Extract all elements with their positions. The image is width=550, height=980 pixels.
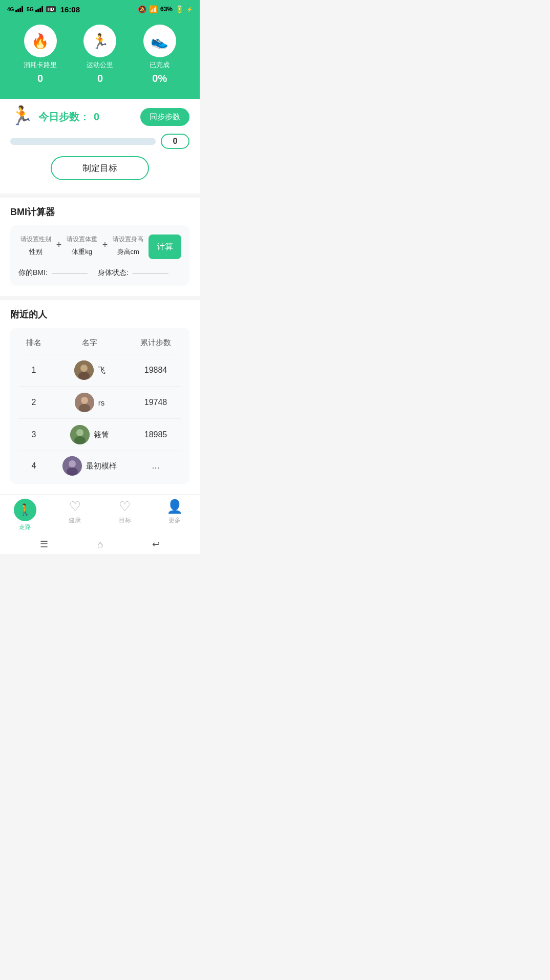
nav-label-more: 更多 [168, 516, 181, 525]
runner-small-icon: 🏃 [10, 105, 33, 126]
calories-item: 🔥 消耗卡路里 0 [24, 25, 57, 84]
plus-icon-2: + [102, 235, 108, 250]
steps-4: … [130, 461, 181, 471]
table-row: 3 筱箐 18985 [18, 418, 181, 451]
name-4: 最初模样 [86, 461, 117, 471]
steps-header-row: 🏃 今日步数： 0 同步步数 [10, 107, 189, 126]
bell-mute-icon: 🔕 [138, 5, 146, 13]
menu-icon[interactable]: ☰ [40, 539, 48, 550]
completed-item: 👟 已完成 0% [143, 25, 176, 84]
bmi-card: 性别 + 体重kg + 身高cm 计算 你的BMI: 身体状态: [10, 225, 189, 286]
status-right: 🔕 📶 63% 🔋 ⚡ [138, 5, 193, 13]
bmi-result-value [52, 272, 88, 274]
plus-icon-1: + [56, 235, 62, 250]
nav-label-walking: 走路 [19, 523, 31, 531]
nav-item-goal[interactable]: ♡ 目标 [110, 499, 140, 531]
steps-bar-container: 0 [10, 134, 189, 149]
rank-2: 2 [18, 398, 49, 407]
steps-title: 今日步数： [38, 110, 90, 124]
home-icon[interactable]: ⌂ [97, 539, 103, 550]
charging-icon: ⚡ [186, 7, 193, 12]
name-1: 飞 [98, 366, 105, 375]
nav-label-health: 健康 [69, 516, 81, 525]
bmi-gender-field: 性别 [18, 235, 53, 257]
steps-section: 🏃 今日步数： 0 同步步数 0 制定目标 [0, 99, 200, 194]
back-icon[interactable]: ↩ [152, 539, 160, 550]
weight-input[interactable] [65, 235, 99, 245]
calories-icon: 🔥 [24, 25, 57, 57]
battery-icon: 🔋 [175, 5, 184, 13]
table-row: 2 rs 19748 [18, 386, 181, 418]
distance-value: 0 [97, 73, 103, 84]
svg-point-7 [76, 429, 83, 436]
bmi-result-row: 你的BMI: 身体状态: [18, 268, 181, 278]
weight-label: 体重kg [72, 247, 92, 257]
network-5g: 5G [27, 7, 33, 12]
walking-nav-icon: 🚶 [14, 499, 36, 521]
set-goal-button[interactable]: 制定目标 [51, 156, 149, 180]
bmi-weight-field: 体重kg [65, 235, 99, 257]
nav-item-health[interactable]: ♡ 健康 [59, 499, 90, 531]
svg-point-4 [81, 397, 88, 404]
table-row: 1 飞 19884 [18, 354, 181, 386]
gender-label: 性别 [29, 247, 43, 257]
system-bar: ☰ ⌂ ↩ [0, 535, 200, 554]
calories-label: 消耗卡路里 [24, 60, 57, 70]
nav-item-more[interactable]: 👤 更多 [159, 499, 190, 531]
steps-3: 18985 [130, 430, 181, 439]
steps-title-group: 今日步数： 0 [38, 110, 140, 124]
distance-item: 🏃 运动公里 0 [83, 25, 116, 84]
running-icon: 🏃 [83, 25, 116, 57]
bmi-result-label: 你的BMI: [18, 268, 48, 278]
sync-button[interactable]: 同步步数 [140, 108, 189, 126]
body-status-value [133, 272, 168, 274]
steps-today-value: 0 [94, 111, 99, 123]
avatar [62, 456, 82, 476]
wifi-icon: 📶 [149, 5, 158, 13]
calculate-button[interactable]: 计算 [149, 235, 181, 259]
svg-point-2 [78, 372, 90, 380]
col-name-header: 名字 [49, 338, 130, 348]
status-bar: 4G 5G HD 16:08 🔕 📶 63% 🔋 ⚡ [0, 0, 200, 16]
svg-point-10 [69, 460, 76, 467]
col-rank-header: 排名 [18, 338, 49, 348]
rank-1: 1 [18, 366, 49, 375]
nearby-section: 附近的人 排名 名字 累计步数 1 飞 19884 2 rs [0, 300, 200, 494]
gender-input[interactable] [18, 235, 53, 245]
body-status-item: 身体状态: [98, 268, 168, 278]
name-cell-4: 最初模样 [49, 456, 130, 476]
header: 🔥 消耗卡路里 0 🏃 运动公里 0 👟 已完成 0% [0, 16, 200, 99]
bottom-nav: 🚶 走路 ♡ 健康 ♡ 目标 👤 更多 [0, 494, 200, 535]
height-label: 身高cm [117, 247, 139, 257]
status-time: 16:08 [60, 5, 80, 14]
bmi-height-field: 身高cm [111, 235, 145, 257]
bmi-inputs-row: 性别 + 体重kg + 身高cm 计算 [18, 235, 181, 259]
bmi-section-title: BMI计算器 [10, 206, 189, 218]
steps-badge: 0 [161, 134, 189, 149]
avatar [70, 425, 90, 444]
completed-label: 已完成 [150, 60, 170, 70]
name-cell-1: 飞 [49, 360, 130, 380]
bmi-result-item: 你的BMI: [18, 268, 88, 278]
battery-percent: 63% [160, 6, 173, 13]
calories-value: 0 [37, 73, 43, 84]
steps-2: 19748 [130, 398, 181, 407]
table-row: 4 最初模样 … [18, 451, 181, 478]
network-4g: 4G [7, 7, 14, 12]
steps-progress-track [10, 138, 156, 145]
steps-1: 19884 [130, 366, 181, 375]
svg-point-1 [80, 365, 88, 372]
signal-4g-icon [15, 6, 23, 12]
nav-item-walking[interactable]: 🚶 走路 [10, 499, 40, 531]
shoes-icon: 👟 [143, 25, 176, 57]
name-2: rs [98, 398, 105, 407]
nav-label-goal: 目标 [119, 516, 131, 525]
height-input[interactable] [111, 235, 145, 245]
rank-4: 4 [18, 461, 49, 471]
completed-value: 0% [152, 73, 167, 84]
bmi-section: BMI计算器 性别 + 体重kg + 身高cm 计算 你的BMI: [0, 198, 200, 296]
name-cell-3: 筱箐 [49, 425, 130, 444]
goal-nav-icon: ♡ [119, 499, 131, 515]
hd-badge: HD [46, 6, 56, 12]
nearby-table-header: 排名 名字 累计步数 [18, 334, 181, 354]
